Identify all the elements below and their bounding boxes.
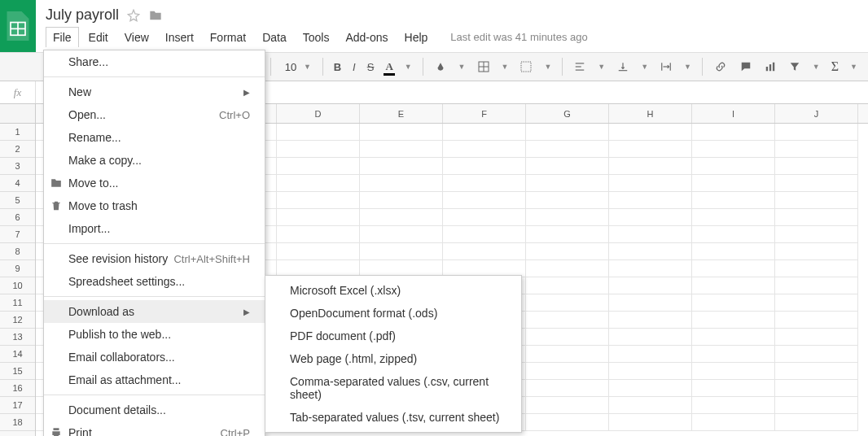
- file-menu-docdetails[interactable]: Document details...: [44, 399, 265, 421]
- menu-item-label: Email as attachment...: [68, 373, 250, 386]
- app-logo[interactable]: [0, 0, 36, 52]
- vertical-align-button[interactable]: [612, 59, 633, 75]
- menu-item-label: Print: [68, 426, 221, 436]
- file-menu-copy[interactable]: Make a copy...: [44, 149, 265, 172]
- file-menu-open[interactable]: Open...Ctrl+O: [44, 103, 265, 126]
- italic-button[interactable]: I: [349, 59, 360, 76]
- menu-view[interactable]: View: [118, 28, 156, 47]
- merge-cells-button[interactable]: [515, 58, 537, 76]
- submenu-arrow-icon: ▶: [243, 307, 250, 316]
- menu-help[interactable]: Help: [398, 28, 435, 47]
- horizontal-align-button[interactable]: [569, 59, 590, 75]
- borders-dropdown-icon[interactable]: ▼: [498, 60, 513, 73]
- row-header-1[interactable]: 1: [0, 124, 35, 141]
- row-header-14[interactable]: 14: [0, 346, 35, 363]
- row-header-6[interactable]: 6: [0, 209, 35, 226]
- row-header-8[interactable]: 8: [0, 243, 35, 260]
- valign-dropdown-icon[interactable]: ▼: [637, 60, 652, 73]
- row-header-3[interactable]: 3: [0, 158, 35, 175]
- row-header-10[interactable]: 10: [0, 277, 35, 294]
- download-as-option-4[interactable]: Comma-separated values (.csv, current sh…: [265, 370, 521, 406]
- trash-icon: [49, 199, 64, 212]
- last-edit-text[interactable]: Last edit was 41 minutes ago: [450, 31, 587, 43]
- print-icon: [49, 427, 64, 436]
- borders-button[interactable]: [473, 58, 494, 76]
- column-header-I[interactable]: I: [692, 104, 775, 123]
- row-header-7[interactable]: 7: [0, 226, 35, 243]
- font-size-select[interactable]: 10 ▼: [278, 59, 316, 76]
- row-header-5[interactable]: 5: [0, 192, 35, 209]
- insert-link-button[interactable]: [709, 59, 732, 75]
- row-header-11[interactable]: 11: [0, 294, 35, 312]
- halign-dropdown-icon[interactable]: ▼: [594, 60, 609, 73]
- filter-dropdown-icon[interactable]: ▼: [809, 60, 824, 73]
- column-header-E[interactable]: E: [360, 104, 443, 123]
- file-menu-share[interactable]: Share...: [44, 50, 265, 73]
- bold-button[interactable]: B: [330, 59, 345, 76]
- file-menu-rename[interactable]: Rename...: [44, 126, 265, 149]
- file-menu-print[interactable]: PrintCtrl+P: [44, 421, 265, 436]
- document-title[interactable]: July payroll: [46, 7, 119, 24]
- download-as-option-1[interactable]: OpenDocument format (.ods): [265, 302, 521, 325]
- row-header-13[interactable]: 13: [0, 329, 35, 346]
- star-icon[interactable]: [127, 9, 140, 22]
- download-as-option-5[interactable]: Tab-separated values (.tsv, current shee…: [265, 406, 521, 429]
- svg-rect-17: [773, 63, 774, 72]
- row-header-15[interactable]: 15: [0, 363, 35, 380]
- fill-color-button[interactable]: [430, 58, 451, 76]
- column-header-F[interactable]: F: [443, 104, 526, 123]
- row-header-18[interactable]: 18: [0, 414, 35, 431]
- filter-button[interactable]: [784, 59, 805, 75]
- row-header-2[interactable]: 2: [0, 141, 35, 158]
- folder-icon: [49, 177, 64, 189]
- column-header-D[interactable]: D: [277, 104, 360, 123]
- menu-item-label: Email collaborators...: [68, 351, 250, 364]
- row-header-4[interactable]: 4: [0, 175, 35, 192]
- merge-dropdown-icon[interactable]: ▼: [540, 60, 555, 73]
- menu-item-label: See revision history: [68, 252, 173, 265]
- functions-dropdown-icon[interactable]: ▼: [846, 60, 861, 73]
- menu-insert[interactable]: Insert: [159, 28, 200, 47]
- menu-item-label: Open...: [68, 108, 219, 121]
- menu-add-ons[interactable]: Add-ons: [339, 28, 394, 47]
- column-header-H[interactable]: H: [609, 104, 692, 123]
- file-menu-emailatt[interactable]: Email as attachment...: [44, 368, 265, 391]
- menu-file[interactable]: File: [46, 27, 79, 47]
- column-header-J[interactable]: J: [775, 104, 858, 123]
- menu-data[interactable]: Data: [256, 28, 293, 47]
- folder-icon[interactable]: [148, 9, 163, 22]
- file-menu-settings[interactable]: Spreadsheet settings...: [44, 270, 265, 293]
- menu-tools[interactable]: Tools: [296, 28, 336, 47]
- submenu-arrow-icon: ▶: [243, 88, 250, 97]
- insert-chart-button[interactable]: [760, 59, 781, 75]
- row-header-16[interactable]: 16: [0, 380, 35, 397]
- download-as-option-0[interactable]: Microsoft Excel (.xlsx): [265, 279, 521, 302]
- menu-edit[interactable]: Edit: [82, 28, 115, 47]
- column-header-G[interactable]: G: [526, 104, 609, 123]
- insert-comment-button[interactable]: [735, 59, 756, 75]
- download-as-option-3[interactable]: Web page (.html, zipped): [265, 347, 521, 370]
- row-header-9[interactable]: 9: [0, 260, 35, 277]
- strikethrough-button[interactable]: S: [363, 59, 379, 76]
- fill-color-dropdown-icon[interactable]: ▼: [454, 60, 470, 73]
- shortcut-text: Ctrl+O: [219, 109, 250, 121]
- functions-button[interactable]: Σ: [827, 57, 843, 76]
- svg-rect-16: [769, 64, 771, 71]
- download-as-option-2[interactable]: PDF document (.pdf): [265, 325, 521, 347]
- text-color-dropdown-icon[interactable]: ▼: [401, 60, 416, 73]
- menu-item-label: Share...: [68, 55, 250, 68]
- file-menu-trash[interactable]: Move to trash: [44, 194, 265, 217]
- text-wrap-button[interactable]: [655, 59, 677, 75]
- file-menu-new[interactable]: New▶: [44, 81, 265, 103]
- menu-format[interactable]: Format: [204, 28, 252, 47]
- file-menu-moveto[interactable]: Move to...: [44, 172, 265, 194]
- text-color-button[interactable]: A: [381, 58, 397, 76]
- row-header-12[interactable]: 12: [0, 312, 35, 329]
- wrap-dropdown-icon[interactable]: ▼: [680, 60, 695, 73]
- file-menu-emailcollab[interactable]: Email collaborators...: [44, 346, 265, 368]
- file-menu-import[interactable]: Import...: [44, 217, 265, 240]
- row-header-17[interactable]: 17: [0, 397, 35, 414]
- file-menu-revision[interactable]: See revision historyCtrl+Alt+Shift+H: [44, 247, 265, 270]
- file-menu-download[interactable]: Download as▶: [44, 300, 265, 323]
- file-menu-publish[interactable]: Publish to the web...: [44, 323, 265, 346]
